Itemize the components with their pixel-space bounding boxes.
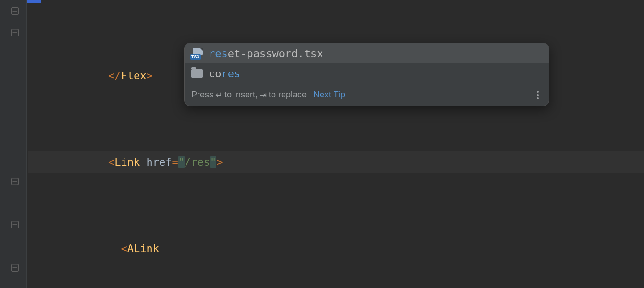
completion-hint: Press ↵ to insert, ⇥ to replace Next Tip [191, 90, 345, 100]
completion-item[interactable]: TSX reset-password.tsx [185, 43, 549, 63]
editor-gutter [0, 0, 27, 288]
completion-item[interactable]: cores [185, 63, 549, 84]
fold-icon[interactable] [11, 28, 19, 37]
code-line-current[interactable]: <Link href="/res"> [28, 151, 644, 173]
completion-item-label: reset-password.tsx [209, 48, 323, 60]
folder-icon [191, 69, 203, 78]
code-line[interactable]: <ALink [28, 238, 644, 259]
more-options-icon[interactable] [533, 91, 542, 99]
completion-item-label: cores [209, 68, 240, 80]
fold-icon[interactable] [11, 220, 19, 229]
fold-icon[interactable] [11, 264, 19, 272]
completion-popup: TSX reset-password.tsx cores Press ↵ to … [184, 43, 549, 106]
fold-icon[interactable] [11, 7, 19, 15]
tab-key-icon: ⇥ [260, 90, 267, 100]
completion-footer: Press ↵ to insert, ⇥ to replace Next Tip [185, 84, 549, 106]
next-tip-link[interactable]: Next Tip [313, 90, 345, 100]
fold-icon[interactable] [11, 177, 19, 186]
tsx-file-icon: TSX [191, 48, 203, 58]
enter-key-icon: ↵ [215, 90, 223, 100]
